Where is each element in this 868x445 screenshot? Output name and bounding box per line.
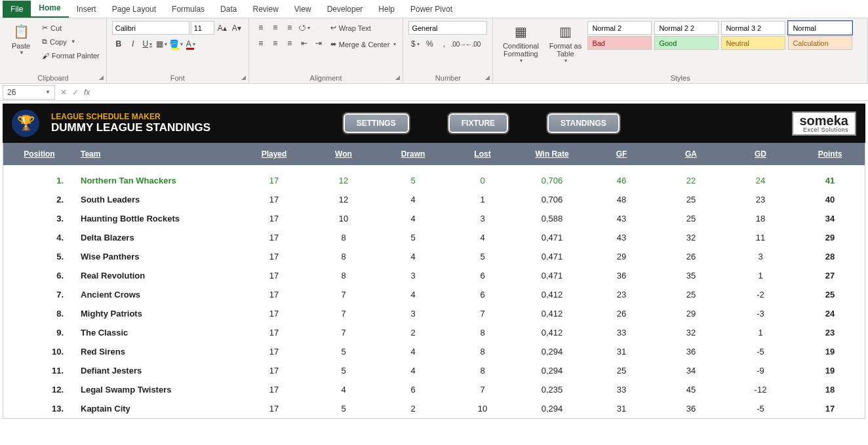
col-drawn[interactable]: Drawn (378, 143, 448, 165)
table-row[interactable]: 1.Northern Tan Whackers1712500,706462224… (3, 165, 865, 190)
table-row[interactable]: 4.Delta Blazers178540,47143321129 (3, 228, 865, 247)
comma-format-icon[interactable]: , (437, 37, 450, 50)
underline-button[interactable]: U▾ (141, 37, 154, 50)
conditional-formatting-button[interactable]: ▦ Conditional Formatting▾ (498, 21, 543, 65)
cell-style-option[interactable]: Normal 2 (587, 21, 652, 35)
align-center-icon[interactable]: ≡ (269, 37, 282, 50)
cell: 17 (239, 323, 309, 342)
merge-center-button[interactable]: ⬌Merge & Center▾ (329, 37, 398, 51)
tab-developer[interactable]: Developer (319, 1, 371, 18)
cell-styles-gallery[interactable]: Normal 2Normal 2 2Normal 3 2NormalBadGoo… (587, 21, 854, 50)
decrease-indent-icon[interactable]: ⇤ (298, 37, 311, 50)
align-left-icon[interactable]: ≡ (254, 37, 267, 50)
nav-standings-button[interactable]: STANDINGS (547, 113, 620, 133)
cell-style-option[interactable]: Neutral (721, 36, 785, 50)
format-painter-button[interactable]: 🖌Format Painter (41, 48, 101, 62)
cell: 23 (726, 190, 795, 209)
cell-style-option[interactable]: Good (654, 36, 719, 50)
table-row[interactable]: 12.Legal Swamp Twisters174670,2353345-12… (3, 380, 865, 399)
tab-page-layout[interactable]: Page Layout (104, 1, 164, 18)
col-ga[interactable]: GA (656, 143, 726, 165)
cell: 0,706 (517, 190, 587, 209)
accounting-format-icon[interactable]: $▾ (408, 37, 422, 50)
dialog-launcher-icon[interactable]: ◢ (99, 74, 104, 81)
nav-settings-button[interactable]: SETTINGS (344, 113, 409, 133)
cell-style-option[interactable]: Bad (587, 36, 652, 50)
increase-decimal-icon[interactable]: .00→ (452, 37, 465, 50)
tab-view[interactable]: View (286, 1, 319, 18)
cut-button[interactable]: ✂Cut (41, 21, 101, 35)
col-lost[interactable]: Lost (448, 143, 517, 165)
font-color-button[interactable]: A▾ (184, 37, 197, 50)
borders-button[interactable]: ▦▾ (155, 37, 168, 50)
col-position[interactable]: Position (3, 143, 75, 165)
align-top-icon[interactable]: ≡ (254, 21, 267, 34)
cell: 43 (587, 228, 656, 247)
table-row[interactable]: 5.Wise Panthers178450,4712926328 (3, 247, 865, 266)
name-box[interactable]: 26 ▼ (3, 85, 55, 100)
cell: 24 (726, 165, 795, 190)
italic-button[interactable]: I (127, 37, 140, 50)
decrease-font-icon[interactable]: A▾ (230, 22, 243, 35)
decrease-decimal-icon[interactable]: ←.00 (466, 37, 479, 50)
font-size-select[interactable] (191, 21, 214, 35)
table-row[interactable]: 13.Kaptain City1752100,2943136-517 (3, 399, 865, 418)
table-row[interactable]: 7.Ancient Crows177460,4122325-225 (3, 285, 865, 304)
clipboard-icon: 📋 (12, 22, 30, 41)
cell-style-option[interactable]: Normal 2 2 (654, 21, 719, 35)
tab-help[interactable]: Help (370, 1, 403, 18)
table-row[interactable]: 10.Red Sirens175480,2943136-519 (3, 342, 865, 361)
col-team[interactable]: Team (75, 143, 239, 165)
table-row[interactable]: 6.Real Revolution178360,4713635127 (3, 266, 865, 285)
tab-insert[interactable]: Insert (69, 1, 104, 18)
cell: 1 (726, 266, 795, 285)
col-gd[interactable]: GD (726, 143, 795, 165)
format-as-table-button[interactable]: ▥ Format as Table▾ (547, 21, 583, 65)
col-played[interactable]: Played (239, 143, 309, 165)
table-row[interactable]: 11.Defiant Jesters175480,2942534-919 (3, 361, 865, 380)
table-row[interactable]: 3.Haunting Bottle Rockets1710430,5884325… (3, 209, 865, 228)
cell: Northern Tan Whackers (75, 165, 239, 190)
align-right-icon[interactable]: ≡ (283, 37, 296, 50)
enter-icon[interactable]: ✓ (72, 88, 79, 97)
col-win-rate[interactable]: Win Rate (517, 143, 587, 165)
copy-button[interactable]: ⧉Copy▼ (41, 35, 101, 48)
paste-button[interactable]: 📋 Paste ▼ (5, 21, 37, 57)
fx-icon[interactable]: fx (84, 88, 90, 97)
cancel-icon[interactable]: ✕ (60, 88, 67, 97)
cell-style-option[interactable]: Calculation (788, 36, 852, 50)
cell-style-option[interactable]: Normal (788, 21, 852, 35)
align-middle-icon[interactable]: ≡ (269, 21, 282, 34)
cell: 31 (587, 399, 656, 418)
dialog-launcher-icon[interactable]: ◢ (241, 74, 246, 81)
number-format-select[interactable] (408, 21, 487, 35)
dialog-launcher-icon[interactable]: ◢ (485, 74, 490, 81)
fill-color-button[interactable]: 🪣▾ (170, 37, 183, 50)
percent-format-icon[interactable]: % (423, 37, 436, 50)
dialog-launcher-icon[interactable]: ◢ (395, 74, 400, 81)
wrap-text-button[interactable]: ↩Wrap Text (329, 21, 398, 35)
formula-input[interactable] (95, 86, 863, 99)
tab-data[interactable]: Data (212, 1, 245, 18)
font-name-select[interactable] (112, 21, 189, 35)
tab-power-pivot[interactable]: Power Pivot (403, 1, 460, 18)
col-points[interactable]: Points (795, 143, 865, 165)
table-row[interactable]: 9.The Classic177280,4123332123 (3, 323, 865, 342)
orientation-icon[interactable]: ⭯▾ (298, 21, 311, 34)
table-row[interactable]: 2.South Leaders1712410,70648252340 (3, 190, 865, 209)
cell: 8 (309, 247, 378, 266)
col-gf[interactable]: GF (587, 143, 656, 165)
tab-file[interactable]: File (3, 1, 31, 18)
increase-font-icon[interactable]: A▴ (216, 22, 229, 35)
tab-formulas[interactable]: Formulas (164, 1, 212, 18)
bold-button[interactable]: B (112, 37, 125, 50)
col-won[interactable]: Won (309, 143, 378, 165)
increase-indent-icon[interactable]: ⇥ (312, 37, 325, 50)
align-bottom-icon[interactable]: ≡ (283, 21, 296, 34)
tab-review[interactable]: Review (245, 1, 286, 18)
tab-home[interactable]: Home (31, 0, 68, 18)
cell-style-option[interactable]: Normal 3 2 (721, 21, 785, 35)
table-row[interactable]: 8.Mighty Patriots177370,4122629-324 (3, 304, 865, 323)
ribbon-tabstrip: File HomeInsertPage LayoutFormulasDataRe… (0, 0, 868, 18)
nav-fixture-button[interactable]: FIXTURE (448, 113, 508, 133)
